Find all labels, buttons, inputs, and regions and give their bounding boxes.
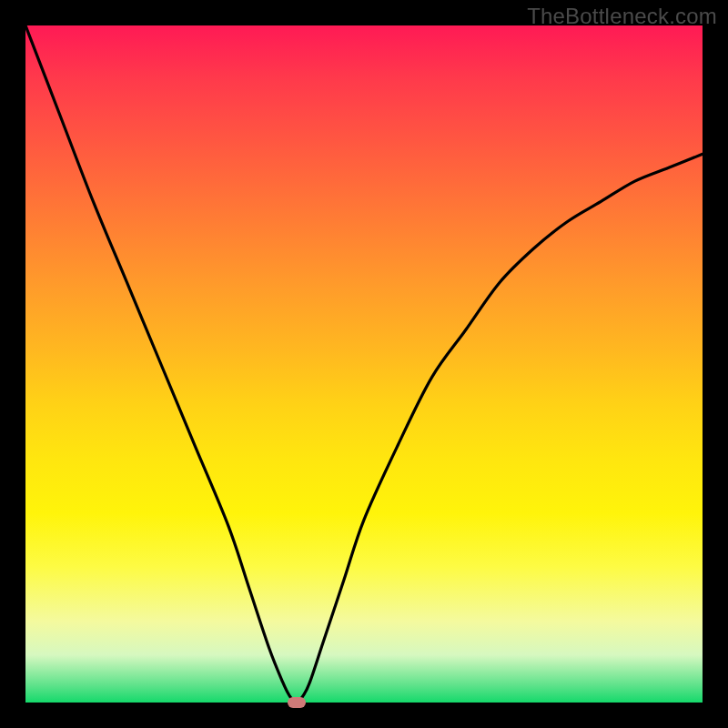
watermark-text: TheBottleneck.com (527, 4, 717, 29)
bottleneck-curve-path (25, 25, 703, 703)
minimum-marker (288, 697, 306, 708)
curve-svg (25, 25, 703, 703)
plot-area (25, 25, 703, 703)
chart-frame: TheBottleneck.com (0, 0, 728, 728)
